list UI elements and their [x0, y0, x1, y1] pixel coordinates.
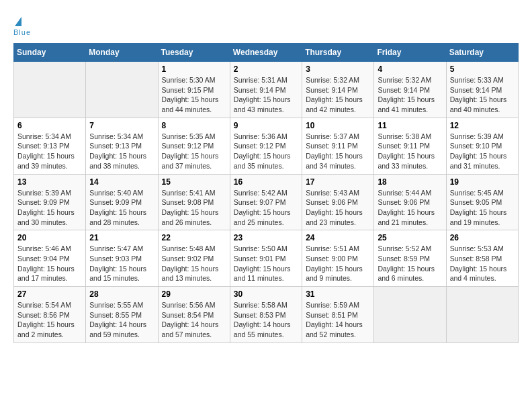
weekday-header-sunday: Sunday	[14, 44, 86, 62]
day-detail: Sunrise: 5:36 AM Sunset: 9:12 PM Dayligh…	[234, 132, 298, 171]
logo-text	[13, 13, 21, 28]
day-number: 15	[162, 177, 226, 187]
day-detail: Sunrise: 5:55 AM Sunset: 8:55 PM Dayligh…	[89, 300, 154, 340]
day-detail: Sunrise: 5:32 AM Sunset: 9:14 PM Dayligh…	[378, 75, 442, 115]
day-number: 7	[89, 121, 154, 130]
day-number: 30	[234, 289, 298, 299]
weekday-header-friday: Friday	[374, 44, 446, 62]
day-detail: Sunrise: 5:31 AM Sunset: 9:14 PM Dayligh…	[234, 75, 298, 115]
day-number: 1	[162, 64, 226, 74]
calendar-cell: 2Sunrise: 5:31 AM Sunset: 9:14 PM Daylig…	[230, 62, 302, 118]
day-number: 28	[89, 289, 154, 299]
day-detail: Sunrise: 5:37 AM Sunset: 9:11 PM Dayligh…	[306, 132, 370, 171]
day-number: 9	[234, 121, 298, 130]
logo-tagline: Blue	[13, 28, 31, 36]
weekday-header-row: SundayMondayTuesdayWednesdayThursdayFrid…	[14, 44, 519, 62]
day-detail: Sunrise: 5:58 AM Sunset: 8:53 PM Dayligh…	[234, 300, 298, 340]
calendar-cell: 17Sunrise: 5:43 AM Sunset: 9:06 PM Dayli…	[302, 174, 374, 230]
day-detail: Sunrise: 5:39 AM Sunset: 9:10 PM Dayligh…	[450, 132, 515, 171]
calendar-cell	[374, 287, 446, 343]
day-number: 16	[234, 177, 298, 187]
calendar-cell: 9Sunrise: 5:36 AM Sunset: 9:12 PM Daylig…	[230, 118, 302, 174]
calendar-cell: 3Sunrise: 5:32 AM Sunset: 9:14 PM Daylig…	[302, 62, 374, 118]
day-number: 2	[234, 64, 298, 74]
day-detail: Sunrise: 5:39 AM Sunset: 9:09 PM Dayligh…	[17, 188, 82, 228]
calendar-cell: 6Sunrise: 5:34 AM Sunset: 9:13 PM Daylig…	[14, 118, 86, 174]
day-detail: Sunrise: 5:34 AM Sunset: 9:13 PM Dayligh…	[17, 132, 82, 171]
calendar-cell	[86, 62, 158, 118]
day-number: 14	[89, 177, 154, 187]
day-number: 12	[450, 121, 515, 130]
calendar-cell	[14, 62, 86, 118]
day-number: 31	[306, 289, 370, 299]
day-number: 19	[450, 177, 515, 187]
day-number: 6	[17, 121, 82, 130]
day-detail: Sunrise: 5:48 AM Sunset: 9:02 PM Dayligh…	[162, 244, 226, 283]
calendar-cell: 30Sunrise: 5:58 AM Sunset: 8:53 PM Dayli…	[230, 287, 302, 343]
calendar-week-1: 1Sunrise: 5:30 AM Sunset: 9:15 PM Daylig…	[14, 62, 519, 118]
weekday-header-monday: Monday	[86, 44, 158, 62]
day-detail: Sunrise: 5:43 AM Sunset: 9:06 PM Dayligh…	[306, 188, 370, 228]
calendar-cell: 24Sunrise: 5:51 AM Sunset: 9:00 PM Dayli…	[302, 230, 374, 287]
calendar-table: SundayMondayTuesdayWednesdayThursdayFrid…	[13, 43, 519, 343]
day-detail: Sunrise: 5:56 AM Sunset: 8:54 PM Dayligh…	[162, 300, 226, 340]
day-number: 25	[378, 233, 442, 242]
calendar-cell: 19Sunrise: 5:45 AM Sunset: 9:05 PM Dayli…	[446, 174, 518, 230]
day-number: 27	[17, 289, 82, 299]
calendar-cell: 13Sunrise: 5:39 AM Sunset: 9:09 PM Dayli…	[14, 174, 86, 230]
day-detail: Sunrise: 5:41 AM Sunset: 9:08 PM Dayligh…	[162, 188, 226, 228]
day-number: 11	[378, 121, 442, 130]
calendar-cell	[446, 287, 518, 343]
day-number: 18	[378, 177, 442, 187]
calendar-header: SundayMondayTuesdayWednesdayThursdayFrid…	[14, 44, 519, 62]
calendar-cell: 16Sunrise: 5:42 AM Sunset: 9:07 PM Dayli…	[230, 174, 302, 230]
day-detail: Sunrise: 5:30 AM Sunset: 9:15 PM Dayligh…	[162, 75, 226, 115]
day-number: 4	[378, 64, 442, 74]
day-number: 13	[17, 177, 82, 187]
day-detail: Sunrise: 5:52 AM Sunset: 8:59 PM Dayligh…	[378, 244, 442, 283]
day-detail: Sunrise: 5:53 AM Sunset: 8:58 PM Dayligh…	[450, 244, 515, 283]
day-detail: Sunrise: 5:51 AM Sunset: 9:00 PM Dayligh…	[306, 244, 370, 283]
weekday-header-tuesday: Tuesday	[158, 44, 230, 62]
calendar-cell: 29Sunrise: 5:56 AM Sunset: 8:54 PM Dayli…	[158, 287, 230, 343]
day-detail: Sunrise: 5:44 AM Sunset: 9:06 PM Dayligh…	[378, 188, 442, 228]
day-number: 10	[306, 121, 370, 130]
calendar-cell: 5Sunrise: 5:33 AM Sunset: 9:14 PM Daylig…	[446, 62, 518, 118]
weekday-header-thursday: Thursday	[302, 44, 374, 62]
calendar-cell: 7Sunrise: 5:34 AM Sunset: 9:13 PM Daylig…	[86, 118, 158, 174]
calendar-week-4: 20Sunrise: 5:46 AM Sunset: 9:04 PM Dayli…	[14, 230, 519, 287]
day-number: 8	[162, 121, 226, 130]
page-header: Blue	[13, 13, 519, 36]
day-number: 5	[450, 64, 515, 74]
day-number: 22	[162, 233, 226, 242]
calendar-cell: 23Sunrise: 5:50 AM Sunset: 9:01 PM Dayli…	[230, 230, 302, 287]
logo: Blue	[13, 13, 31, 36]
day-detail: Sunrise: 5:42 AM Sunset: 9:07 PM Dayligh…	[234, 188, 298, 228]
calendar-cell: 4Sunrise: 5:32 AM Sunset: 9:14 PM Daylig…	[374, 62, 446, 118]
day-number: 24	[306, 233, 370, 242]
calendar-week-2: 6Sunrise: 5:34 AM Sunset: 9:13 PM Daylig…	[14, 118, 519, 174]
day-detail: Sunrise: 5:45 AM Sunset: 9:05 PM Dayligh…	[450, 188, 515, 228]
day-detail: Sunrise: 5:34 AM Sunset: 9:13 PM Dayligh…	[89, 132, 154, 171]
weekday-header-wednesday: Wednesday	[230, 44, 302, 62]
day-detail: Sunrise: 5:47 AM Sunset: 9:03 PM Dayligh…	[89, 244, 154, 283]
calendar-cell: 12Sunrise: 5:39 AM Sunset: 9:10 PM Dayli…	[446, 118, 518, 174]
calendar-cell: 21Sunrise: 5:47 AM Sunset: 9:03 PM Dayli…	[86, 230, 158, 287]
calendar-cell: 28Sunrise: 5:55 AM Sunset: 8:55 PM Dayli…	[86, 287, 158, 343]
day-detail: Sunrise: 5:40 AM Sunset: 9:09 PM Dayligh…	[89, 188, 154, 228]
calendar-cell: 10Sunrise: 5:37 AM Sunset: 9:11 PM Dayli…	[302, 118, 374, 174]
day-number: 23	[234, 233, 298, 242]
calendar-body: 1Sunrise: 5:30 AM Sunset: 9:15 PM Daylig…	[14, 62, 519, 343]
day-number: 3	[306, 64, 370, 74]
calendar-cell: 1Sunrise: 5:30 AM Sunset: 9:15 PM Daylig…	[158, 62, 230, 118]
day-detail: Sunrise: 5:50 AM Sunset: 9:01 PM Dayligh…	[234, 244, 298, 283]
day-number: 29	[162, 289, 226, 299]
calendar-cell: 22Sunrise: 5:48 AM Sunset: 9:02 PM Dayli…	[158, 230, 230, 287]
day-detail: Sunrise: 5:33 AM Sunset: 9:14 PM Dayligh…	[450, 75, 515, 115]
day-detail: Sunrise: 5:38 AM Sunset: 9:11 PM Dayligh…	[378, 132, 442, 171]
calendar-cell: 31Sunrise: 5:59 AM Sunset: 8:51 PM Dayli…	[302, 287, 374, 343]
calendar-cell: 20Sunrise: 5:46 AM Sunset: 9:04 PM Dayli…	[14, 230, 86, 287]
day-number: 21	[89, 233, 154, 242]
day-detail: Sunrise: 5:46 AM Sunset: 9:04 PM Dayligh…	[17, 244, 82, 283]
day-number: 26	[450, 233, 515, 242]
